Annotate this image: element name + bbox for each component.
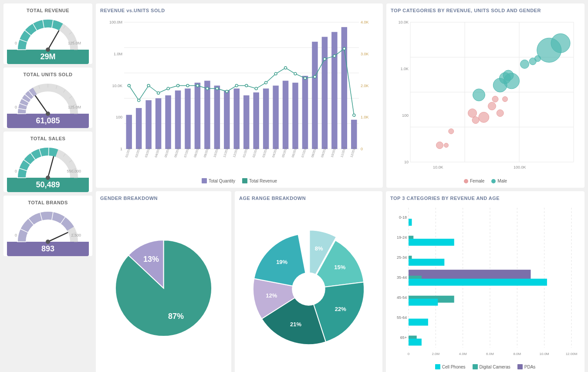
- top-row: REVENUE vs.UNITS SOLD Total Quantity Tot…: [96, 3, 585, 188]
- total-brands-gauge: 02,500: [13, 207, 83, 242]
- legend-quantity-label: Total Quantity: [209, 179, 235, 183]
- total-revenue-title: TOTAL REVENUE: [27, 8, 69, 13]
- total-units-card: TOTAL UNITS SOLD0125.0M61,085: [3, 68, 92, 128]
- revenue-chart-area: [100, 16, 378, 176]
- age-chart-card: AGE RANGE BREAKDOWN: [235, 191, 382, 372]
- legend-camera-label: Digital Cameras: [480, 365, 510, 369]
- total-revenue-max-label: 125.0M: [68, 41, 81, 45]
- top3-legend: Cell Phones Digital Cameras PDAs: [390, 364, 580, 369]
- top3-chart-title: TOP 3 CATEGORIES BY REVENUE AND AGE: [390, 196, 580, 201]
- total-sales-card: TOTAL SALES0550,00050,489: [3, 132, 92, 192]
- bubble-legend: Female Male: [391, 179, 580, 183]
- legend-male: Male: [491, 179, 507, 183]
- sidebar: TOTAL REVENUE0125.0M29MTOTAL UNITS SOLD0…: [0, 0, 96, 372]
- svg-line-55: [48, 157, 54, 178]
- total-sales-min-label: 0: [15, 169, 17, 173]
- main-area: REVENUE vs.UNITS SOLD Total Quantity Tot…: [96, 0, 588, 372]
- top3-chart-card: TOP 3 CATEGORIES BY REVENUE AND AGE Cell…: [386, 191, 585, 372]
- top3-chart-area: [390, 203, 580, 362]
- total-sales-gauge: 0550,000: [13, 143, 83, 178]
- svg-point-56: [46, 176, 50, 180]
- legend-pda: PDAs: [517, 364, 536, 369]
- revenue-chart-card: REVENUE vs.UNITS SOLD Total Quantity Tot…: [96, 3, 383, 188]
- total-sales-title: TOTAL SALES: [30, 136, 66, 141]
- total-revenue-card: TOTAL REVENUE0125.0M29M: [3, 3, 92, 64]
- total-revenue-min-label: 0: [15, 41, 17, 45]
- svg-point-37: [46, 112, 50, 116]
- bubble-chart-title: TOP CATEGORIES BY REVENUE, UNITS SOLD AN…: [391, 8, 580, 13]
- total-units-max-label: 125.0M: [68, 105, 81, 109]
- age-chart-title: AGE RANGE BREAKDOWN: [239, 196, 378, 201]
- legend-revenue: Total Revenue: [242, 178, 277, 183]
- legend-camera-icon: [473, 364, 478, 369]
- total-units-min-label: 0: [15, 105, 17, 109]
- gender-chart-area: [100, 203, 227, 369]
- svg-line-74: [48, 233, 68, 242]
- svg-point-75: [46, 240, 50, 244]
- bubble-chart-card: TOP CATEGORIES BY REVENUE, UNITS SOLD AN…: [386, 3, 585, 188]
- legend-pda-icon: [517, 364, 523, 369]
- legend-pda-label: PDAs: [524, 365, 536, 369]
- gender-chart-title: GENDER BREAKDOWN: [100, 196, 227, 201]
- legend-camera: Digital Cameras: [473, 364, 510, 369]
- legend-cell: Cell Phones: [435, 364, 466, 369]
- bubble-chart-area: [391, 16, 580, 177]
- revenue-legend: Total Quantity Total Revenue: [100, 178, 378, 183]
- total-brands-min-label: 0: [15, 233, 17, 237]
- legend-male-icon: [491, 179, 496, 183]
- svg-line-36: [35, 96, 48, 114]
- total-brands-card: TOTAL BRANDS02,500893: [3, 196, 92, 256]
- legend-female: Female: [464, 179, 484, 183]
- legend-female-label: Female: [470, 179, 484, 183]
- total-brands-title: TOTAL BRANDS: [28, 200, 68, 205]
- total-units-gauge: 0125.0M: [13, 79, 83, 114]
- total-brands-max-label: 2,500: [71, 233, 81, 237]
- revenue-chart-title: REVENUE vs.UNITS SOLD: [100, 8, 378, 13]
- legend-cell-icon: [435, 364, 440, 369]
- legend-quantity: Total Quantity: [202, 178, 235, 183]
- bottom-row: GENDER BREAKDOWN AGE RANGE BREAKDOWN TOP…: [96, 191, 585, 372]
- svg-line-17: [48, 31, 59, 50]
- total-units-title: TOTAL UNITS SOLD: [23, 72, 72, 77]
- age-chart-area: [239, 203, 378, 369]
- total-revenue-gauge: 0125.0M: [13, 15, 83, 50]
- legend-female-icon: [464, 179, 468, 183]
- legend-revenue-icon: [242, 178, 247, 183]
- svg-line-54: [48, 147, 49, 156]
- gender-chart-card: GENDER BREAKDOWN: [96, 191, 231, 372]
- total-sales-max-label: 550,000: [67, 169, 81, 173]
- legend-male-label: Male: [497, 179, 507, 183]
- svg-point-18: [46, 47, 50, 52]
- legend-quantity-icon: [202, 178, 207, 183]
- legend-revenue-label: Total Revenue: [249, 179, 277, 183]
- legend-cell-label: Cell Phones: [442, 365, 466, 369]
